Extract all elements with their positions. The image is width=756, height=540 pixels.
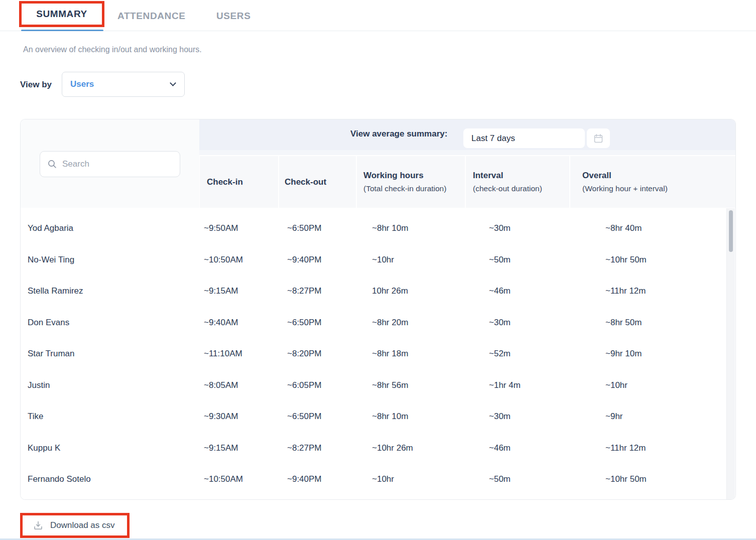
column-header-check-in: Check-in [200,156,278,208]
check-out-cell: ~6:50PM [279,412,357,422]
table-row[interactable]: No-Wei Ting ~10:50AM ~9:40PM ~10hr ~50m … [21,244,736,276]
tab-users[interactable]: USERS [216,11,250,22]
table-row[interactable]: Tike ~9:30AM ~6:50PM ~8hr 10m ~30m ~9hr [21,401,736,433]
table-row[interactable]: Star Truman ~11:10AM ~8:20PM ~8hr 18m ~5… [21,338,736,370]
overall-cell: ~9hr [570,412,736,422]
download-csv-label: Download as csv [50,520,115,530]
overall-cell: ~8hr 40m [570,223,736,233]
overall-cell: ~8hr 50m [570,318,736,328]
check-out-cell: ~9:40PM [279,474,357,484]
check-in-cell: ~9:15AM [200,443,279,453]
table-body: Yod Agbaria ~9:50AM ~6:50PM ~8hr 10m ~30… [21,208,736,500]
overall-cell: ~10hr 50m [570,474,736,484]
average-summary-label: View average summary: [350,129,447,139]
view-by-dropdown[interactable]: Users [62,72,185,97]
check-in-cell: ~9:30AM [200,412,279,422]
overall-cell: ~11hr 12m [570,286,736,296]
date-range-value: Last 7 days [471,133,515,144]
interval-cell: ~50m [466,255,570,265]
check-in-cell: ~9:40AM [200,318,279,328]
column-subtitle: (Working hour + interval) [582,184,736,193]
red-annotation-box-summary: SUMMARY [19,1,104,27]
search-panel [21,119,199,208]
search-icon [47,159,57,169]
average-summary-band-strip [199,150,736,155]
interval-cell: ~46m [466,286,570,296]
column-title: Check-out [285,177,356,187]
table-row[interactable]: Don Evans ~9:40AM ~6:50PM ~8hr 20m ~30m … [21,307,736,339]
check-out-cell: ~8:27PM [279,286,357,296]
working-hours-cell: ~8hr 20m [357,318,466,328]
column-title: Overall [582,171,736,181]
check-out-cell: ~9:40PM [279,255,357,265]
interval-cell: ~52m [466,349,570,359]
interval-cell: ~30m [466,412,570,422]
column-title: Check-in [207,177,278,187]
table-row[interactable]: Justin ~8:05AM ~6:05PM ~8hr 56m ~1hr 4m … [21,370,736,401]
interval-cell: ~46m [466,443,570,453]
date-range-select[interactable]: Last 7 days [463,128,585,148]
working-hours-cell: ~10hr 26m [357,443,466,453]
view-by-selected-value: Users [70,79,94,89]
check-in-cell: ~9:50AM [200,223,279,233]
working-hours-cell: ~10hr [357,255,466,265]
working-hours-cell: ~8hr 10m [357,412,466,422]
red-annotation-box-download: Download as csv [20,513,130,538]
user-name-cell: Stella Ramirez [21,286,200,296]
view-by-label: View by [20,80,52,90]
working-hours-cell: ~10hr [357,474,466,484]
search-box[interactable] [40,151,180,177]
check-in-cell: ~8:05AM [200,380,279,390]
interval-cell: ~30m [466,223,570,233]
column-title: Interval [473,171,569,181]
user-name-cell: Kuppu K [21,443,200,453]
working-hours-cell: ~8hr 56m [357,380,466,390]
check-out-cell: ~6:50PM [279,223,357,233]
page-subtitle: An overview of checking in/out and worki… [23,45,202,54]
tab-summary[interactable]: SUMMARY [36,9,87,20]
overall-cell: ~11hr 12m [570,443,736,453]
chevron-down-icon [170,80,176,86]
table-row[interactable]: Fernando Sotelo ~10:50AM ~9:40PM ~10hr ~… [21,464,736,495]
check-out-cell: ~8:27PM [279,443,357,453]
check-out-cell: ~6:05PM [279,380,357,390]
tab-bar: SUMMARY ATTENDANCE USERS [0,0,756,31]
summary-table: View average summary: Last 7 days Check-… [20,119,736,500]
column-header-check-out: Check-out [279,156,356,208]
tab-attendance[interactable]: ATTENDANCE [117,11,185,22]
user-name-cell: Star Truman [21,349,200,359]
table-row[interactable]: Kuppu K ~9:15AM ~8:27PM ~10hr 26m ~46m ~… [21,433,736,464]
check-in-cell: ~9:15AM [200,286,279,296]
calendar-button[interactable] [587,128,610,148]
check-out-cell: ~8:20PM [279,349,357,359]
user-name-cell: Tike [21,412,200,422]
working-hours-cell: ~8hr 18m [357,349,466,359]
overall-cell: ~9hr 10m [570,349,736,359]
interval-cell: ~30m [466,318,570,328]
working-hours-cell: 10hr 26m [357,286,466,296]
user-name-cell: Fernando Sotelo [21,474,200,484]
user-name-cell: Yod Agbaria [21,223,200,233]
calendar-icon [593,133,604,144]
working-hours-cell: ~8hr 10m [357,223,466,233]
column-title: Working hours [363,171,465,181]
interval-cell: ~50m [466,474,570,484]
user-name-cell: No-Wei Ting [21,255,200,265]
download-csv-button[interactable]: Download as csv [23,520,115,530]
download-icon [33,520,44,530]
scrollbar-thumb[interactable] [729,210,733,252]
overall-cell: ~10hr 50m [570,255,736,265]
active-tab-underline [21,30,103,31]
scrollbar-track[interactable] [726,208,735,499]
column-header-overall: Overall (Working hour + interval) [570,156,736,208]
search-input[interactable] [62,159,168,169]
overall-cell: ~10hr [570,380,736,390]
interval-cell: ~1hr 4m [466,380,570,390]
table-row[interactable]: Stella Ramirez ~9:15AM ~8:27PM 10hr 26m … [21,276,736,307]
summary-page: SUMMARY ATTENDANCE USERS An overview of … [0,0,756,540]
table-row[interactable]: Yod Agbaria ~9:50AM ~6:50PM ~8hr 10m ~30… [21,213,736,244]
check-in-cell: ~10:50AM [200,255,279,265]
user-name-cell: Justin [21,380,200,390]
column-subtitle: (check-out duration) [473,184,569,193]
check-in-cell: ~11:10AM [200,349,279,359]
